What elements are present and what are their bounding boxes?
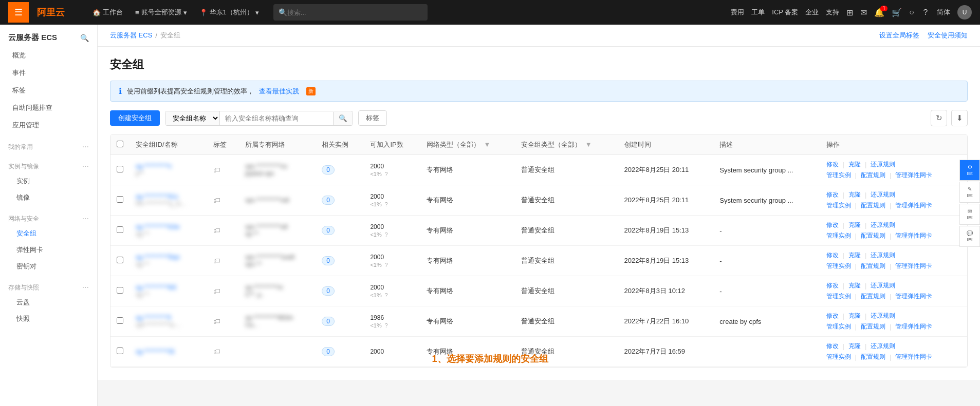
manage-instance-link[interactable]: 管理实例 [826,322,851,331]
manage-instance-link[interactable]: 管理实例 [826,262,851,270]
side-btn-feedback[interactable]: ✎ IEt [959,182,980,203]
ip-help-icon[interactable]: ? [384,322,387,328]
sidebar-item-overview[interactable]: 概览 [0,47,97,64]
config-rules-link[interactable]: 配置规则 [861,292,885,301]
modify-link[interactable]: 修改 [826,312,839,320]
config-rules-link[interactable]: 配置规则 [861,231,885,240]
ip-help-icon[interactable]: ? [384,231,387,238]
manage-nic-link[interactable]: 管理弹性网卡 [895,322,932,331]
tag-icon[interactable]: 🏷 [213,347,220,356]
row-checkbox-2[interactable] [117,226,123,233]
nav-support[interactable]: 支持 [826,8,839,17]
tag-icon[interactable]: 🏷 [213,287,220,295]
nav-search2-icon[interactable]: ○ [909,8,914,17]
select-all-checkbox[interactable] [117,141,123,147]
sidebar-item-troubleshoot[interactable]: 自助问题排查 [0,99,97,117]
nav-region[interactable]: 📍 华东1（杭州） ▾ [193,0,265,25]
nav-cart-icon[interactable]: 🛒 [892,8,902,17]
tag-icon[interactable]: 🏷 [213,196,220,204]
sidebar-item-keypair[interactable]: 密钥对 [0,258,97,275]
sidebar-item-nic[interactable]: 弹性网卡 [0,242,97,258]
sidebar-item-image[interactable]: 镜像 [0,189,97,206]
ip-help-icon[interactable]: ? [384,292,387,298]
config-rules-link[interactable]: 配置规则 [861,322,885,331]
restore-rules-link[interactable]: 还原规则 [871,221,895,229]
tag-filter-button[interactable]: 标签 [358,110,387,126]
sg-id-link[interactable]: sg-**********lb5 [136,284,201,291]
user-avatar[interactable]: U [957,5,972,20]
modify-link[interactable]: 修改 [826,342,839,351]
sg-type-filter-icon[interactable]: ▼ [585,141,592,148]
nav-enterprise[interactable]: 企业 [805,8,819,17]
manage-instance-link[interactable]: 管理实例 [826,201,851,210]
clone-link[interactable]: 克隆 [848,251,861,260]
sg-id-link[interactable]: sg-**********ll [136,314,201,321]
sidebar-item-event[interactable]: 事件 [0,64,97,82]
config-rules-link[interactable]: 配置规则 [861,353,885,361]
search-input[interactable] [287,9,422,16]
set-global-tag-link[interactable]: 设置全局标签 [879,31,919,40]
manage-nic-link[interactable]: 管理弹性网卡 [895,201,932,210]
tag-icon[interactable]: 🏷 [213,317,220,325]
manage-nic-link[interactable]: 管理弹性网卡 [895,353,932,361]
nav-workbench[interactable]: 🏠 工作台 [86,0,129,25]
manage-instance-link[interactable]: 管理实例 [826,292,851,301]
side-btn-message[interactable]: ✉ IEt [959,204,980,225]
restore-rules-link[interactable]: 还原规则 [871,312,895,320]
restore-rules-link[interactable]: 还原规则 [871,190,895,199]
nav-email-icon[interactable]: ✉ [860,8,867,17]
tag-icon[interactable]: 🏷 [213,257,220,265]
instance-count[interactable]: 0 [322,317,335,326]
sidebar-section-favorites-more[interactable]: ··· [82,142,89,151]
clone-link[interactable]: 克隆 [848,312,861,320]
manage-nic-link[interactable]: 管理弹性网卡 [895,292,932,301]
manage-instance-link[interactable]: 管理实例 [826,171,851,180]
manage-nic-link[interactable]: 管理弹性网卡 [895,171,932,180]
clone-link[interactable]: 克隆 [848,160,861,169]
sidebar-item-disk[interactable]: 云盘 [0,294,97,311]
manage-instance-link[interactable]: 管理实例 [826,231,851,240]
sidebar-item-security-group[interactable]: 安全组 [0,225,97,242]
clone-link[interactable]: 克隆 [848,281,861,290]
nav-tools[interactable]: 工单 [751,8,765,17]
instance-count[interactable]: 0 [322,286,335,296]
nav-grid-icon[interactable]: ⊞ [846,8,853,17]
filter-search-button[interactable]: 🔍 [333,112,353,125]
row-checkbox-5[interactable] [117,317,123,324]
security-notice-link[interactable]: 安全使用须知 [928,31,968,40]
refresh-button[interactable]: ↻ [931,110,947,126]
menu-toggle-button[interactable]: ☰ [8,2,29,23]
config-rules-link[interactable]: 配置规则 [861,171,885,180]
nav-cost[interactable]: 费用 [731,8,744,17]
nav-lang[interactable]: 简体 [937,8,950,17]
restore-rules-link[interactable]: 还原规则 [871,281,895,290]
manage-nic-link[interactable]: 管理弹性网卡 [895,231,932,240]
row-checkbox-4[interactable] [117,287,123,294]
download-button[interactable]: ⬇ [951,110,968,126]
sidebar-item-app-manage[interactable]: 应用管理 [0,117,97,134]
modify-link[interactable]: 修改 [826,160,839,169]
sidebar-item-tag[interactable]: 标签 [0,82,97,99]
nav-icp[interactable]: ICP 备案 [772,8,798,17]
sidebar-item-instance[interactable]: 实例 [0,173,97,189]
instance-count[interactable]: 0 [322,165,335,175]
restore-rules-link[interactable]: 还原规则 [871,342,895,351]
config-rules-link[interactable]: 配置规则 [861,262,885,270]
sidebar-section-instance-more[interactable]: ··· [82,162,89,171]
ip-help-icon[interactable]: ? [384,171,387,177]
sidebar-item-snapshot[interactable]: 快照 [0,311,97,327]
instance-count[interactable]: 0 [322,347,335,356]
row-checkbox-6[interactable] [117,347,123,354]
sg-id-link[interactable]: sg-**********b3w [136,223,201,230]
sg-id-link[interactable]: sg-**********5lqn [136,254,201,261]
modify-link[interactable]: 修改 [826,251,839,260]
sg-id-link[interactable]: sg-**********tl1o [136,193,201,200]
modify-link[interactable]: 修改 [826,221,839,229]
row-checkbox-0[interactable] [117,166,123,172]
tag-icon[interactable]: 🏷 [213,226,220,235]
sidebar-section-network-more[interactable]: ··· [82,214,89,223]
create-security-group-button[interactable]: 创建安全组 [110,110,160,126]
nav-account-resources[interactable]: ≡ 账号全部资源 ▾ [129,0,193,25]
instance-count[interactable]: 0 [322,196,335,205]
modify-link[interactable]: 修改 [826,190,839,199]
